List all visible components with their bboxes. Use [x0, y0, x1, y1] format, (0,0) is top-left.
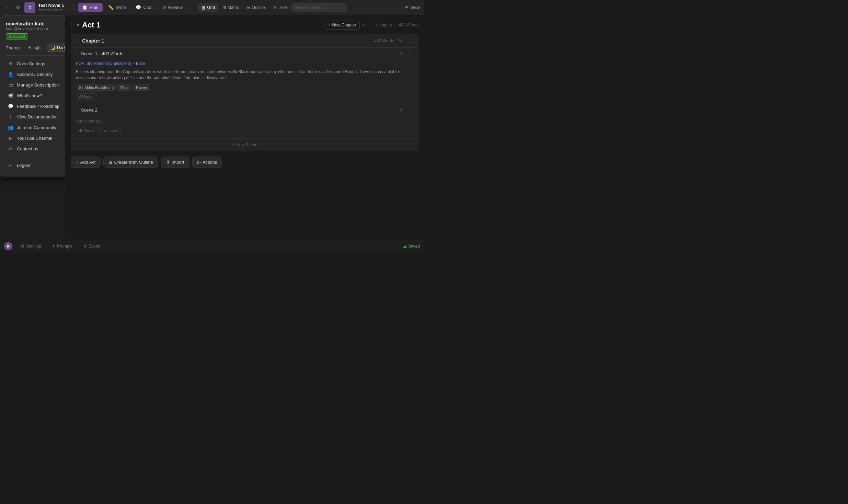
- scene2-edit-btn[interactable]: ✎: [398, 107, 404, 113]
- scene2-drag-handle[interactable]: ⠿: [76, 108, 79, 113]
- add-act-btn[interactable]: + Add Act: [71, 157, 101, 168]
- popup-contact[interactable]: ✉ Contact us: [6, 144, 65, 154]
- nav-tabs: 📋 Plan ✏️ Write 💬 Chat ⊙ Review: [78, 3, 187, 12]
- bottom-saved: ☁ Saved: [403, 244, 420, 249]
- chapter-more-btn[interactable]: ⋮: [406, 37, 413, 44]
- act-drag-handle[interactable]: ⠿: [71, 22, 74, 28]
- scene2-container: ⠿ Scene 2 ✎ ⋮ Add summary... ⊕ Codex 🏷: [71, 104, 418, 139]
- actions-btn[interactable]: ▷ Actions: [192, 157, 222, 168]
- scene2-label-btn[interactable]: 🏷 Label: [100, 127, 121, 134]
- scene1-edit-btn[interactable]: ✎: [398, 50, 404, 57]
- popup-theme-selector: Theme: ☀ Light 🌙 Dark: [6, 44, 65, 52]
- act-actions: + New Chapter ✎ ⋮ 1 chapter — 403 Words: [324, 21, 419, 30]
- popup-open-settings[interactable]: ⚙ Open Settings...: [6, 58, 65, 69]
- youtube-icon: ▶: [8, 136, 13, 141]
- bottom-settings-icon: ⚙: [21, 244, 24, 249]
- matrix-icon: ⊞: [222, 5, 226, 10]
- view-btn-matrix[interactable]: ⊞ Matrix: [219, 3, 242, 12]
- create-outline-btn[interactable]: ⊞ Create from Outline: [103, 157, 158, 168]
- act-more-btn[interactable]: ⋮: [367, 23, 371, 27]
- scene1-container: ⠿ Scene 1 – 403 Words ✎ ⋮ POV: 3rd Perso…: [71, 48, 418, 104]
- theme-label: Theme:: [6, 45, 21, 50]
- popup-view-documentation[interactable]: ℹ View Documentation: [6, 112, 65, 122]
- moon-icon: 🌙: [50, 45, 56, 50]
- scene2-actions: ⊕ Codex 🏷 Label: [76, 127, 413, 134]
- scene2-body: Add summary... ⊕ Codex 🏷 Label: [71, 116, 418, 138]
- tab-write-label: Write: [116, 5, 126, 10]
- saved-icon: ☁: [403, 244, 407, 249]
- chapter-title: Chapter 1: [82, 38, 371, 44]
- logout-icon: ↩: [8, 163, 13, 168]
- plus-icon: +: [328, 23, 330, 27]
- tab-review[interactable]: ⊙ Review: [158, 3, 187, 12]
- sidebar: novelcrafter-kate kate@novelcrafter.com …: [0, 15, 65, 240]
- import-btn[interactable]: ⬇ Import: [161, 157, 190, 168]
- feedback-icon: 💬: [8, 104, 13, 109]
- popup-manage-subscription[interactable]: 🗃 Manage Subscription: [6, 80, 65, 90]
- view-link[interactable]: 👁 View: [404, 5, 420, 10]
- popup-account-security[interactable]: 👤 Account / Security: [6, 69, 65, 80]
- popup-user-info: novelcrafter-kate kate@novelcrafter.com …: [6, 21, 65, 39]
- popup-badge: Specialist: [6, 33, 28, 39]
- view-btn-grid[interactable]: ▦ Grid: [198, 3, 218, 12]
- scene-tag-elsie[interactable]: Elsie: [117, 84, 131, 91]
- create-outline-icon: ⊞: [108, 160, 112, 165]
- contact-icon: ✉: [8, 146, 13, 151]
- new-chapter-btn[interactable]: + New Chapter: [324, 21, 360, 30]
- docs-icon: ℹ: [8, 114, 13, 119]
- scene1-body: POV: 3rd Person (Omniscient) – Elsie Els…: [71, 60, 418, 104]
- scene1-more-btn[interactable]: ⋮: [406, 50, 413, 57]
- scene1-drag-handle[interactable]: ⠿: [76, 51, 79, 56]
- popup-divider: [6, 55, 65, 56]
- back-button[interactable]: ←: [4, 3, 12, 12]
- settings-icon-button[interactable]: ⚙: [14, 3, 22, 12]
- scene-tag-blackthorn[interactable]: Sir Aldric Blackthorn: [76, 84, 116, 91]
- topbar-right: 👁 View: [404, 5, 420, 10]
- settings-icon: ⚙: [8, 61, 13, 66]
- new-scene-plus-icon: +: [232, 142, 234, 147]
- popup-whats-new[interactable]: 📢 What's new?: [6, 90, 65, 101]
- bottom-prompts[interactable]: ✦ Prompts: [49, 242, 75, 250]
- scene1-header: ⠿ Scene 1 – 403 Words ✎ ⋮: [71, 48, 418, 60]
- scene2-more-btn[interactable]: ⋮: [406, 107, 413, 113]
- scene2-codex-btn[interactable]: ⊕ Codex: [76, 127, 98, 134]
- actions-icon: ▷: [197, 160, 201, 165]
- topbar-left: ← ⚙ 🗒 Test Novel 1 Tutorial Series: [4, 2, 69, 13]
- tab-chat[interactable]: 💬 Chat: [131, 3, 157, 12]
- scene1-summary: Elsie is cleaning near the Captain's qua…: [76, 69, 413, 81]
- act-collapse-btn[interactable]: ▾: [77, 22, 79, 28]
- tab-write[interactable]: ✏️ Write: [104, 3, 130, 12]
- new-scene-btn[interactable]: + New Scene: [71, 139, 418, 151]
- tab-plan[interactable]: 📋 Plan: [78, 3, 103, 12]
- popup-username: novelcrafter-kate: [6, 21, 65, 26]
- scene2-placeholder: Add summary...: [76, 119, 413, 124]
- chapter-edit-btn[interactable]: ✎: [397, 37, 403, 44]
- chapter-drag-handle[interactable]: ⠿: [76, 38, 79, 43]
- eye-icon: 👁: [404, 5, 409, 10]
- theme-dark-btn[interactable]: 🌙 Dark: [47, 44, 65, 52]
- scene-search-input[interactable]: [291, 3, 346, 12]
- scene1-label-btn[interactable]: 🏷 Label: [76, 93, 96, 100]
- novel-title: Test Novel 1: [38, 3, 64, 8]
- tab-chat-label: Chat: [143, 5, 152, 10]
- act-bottom-bar: + Add Act ⊞ Create from Outline ⬇ Import…: [71, 157, 419, 168]
- user-avatar[interactable]: K: [4, 242, 12, 250]
- bottom-settings[interactable]: ⚙ Settings: [18, 242, 44, 250]
- bottom-export[interactable]: ⬆ Export: [81, 242, 103, 250]
- act-edit-btn[interactable]: ✎: [362, 23, 365, 27]
- chapter-words: 403 Words: [374, 38, 394, 43]
- user-popup: novelcrafter-kate kate@novelcrafter.com …: [0, 15, 65, 176]
- divider: [73, 4, 74, 11]
- popup-join-community[interactable]: 👥 Join the Community: [6, 122, 65, 133]
- bottom-prompts-icon: ✦: [52, 244, 55, 249]
- popup-feedback[interactable]: 💬 Feedback / Roadmap: [6, 101, 65, 112]
- scene-tag-raven[interactable]: Raven: [133, 84, 150, 91]
- community-icon: 👥: [8, 125, 13, 130]
- tab-review-label: Review: [168, 5, 183, 10]
- popup-logout[interactable]: ↩ Logout: [6, 160, 65, 171]
- popup-youtube[interactable]: ▶ YouTube Channel: [6, 133, 65, 144]
- view-btn-outline[interactable]: ☰ Outline: [243, 3, 268, 12]
- novel-subtitle: Tutorial Series: [38, 8, 64, 12]
- theme-light-btn[interactable]: ☀ Light: [24, 44, 45, 52]
- act-title: Act 1: [82, 21, 101, 30]
